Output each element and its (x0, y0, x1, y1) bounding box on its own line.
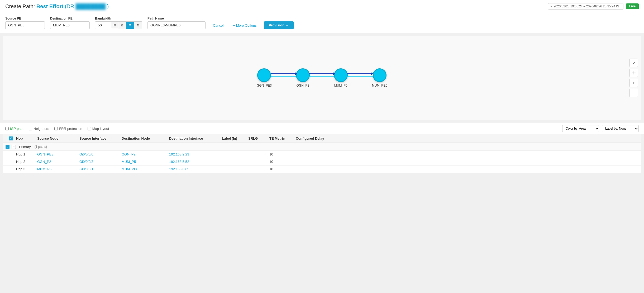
row1-source-iface[interactable]: Gi0/0/0/0 (79, 152, 122, 156)
frr-protection-label: FRR protection (59, 127, 82, 131)
bw-g-btn[interactable]: G (134, 22, 142, 29)
node-mum-pe6: MUM_PE6 (372, 68, 387, 87)
zoom-in-button[interactable]: + (629, 79, 638, 87)
row1-source-node[interactable]: GGN_PE3 (37, 152, 79, 156)
header-checkbox[interactable]: ✓ (9, 136, 13, 140)
zoom-out-button[interactable]: − (629, 89, 638, 97)
col-srlg-header: SRLG (248, 136, 269, 140)
col-label-header: Label (In) (222, 136, 248, 140)
form-section: Source PE Destination PE Bandwidth ⊞ K M… (0, 13, 644, 33)
bandwidth-icon[interactable]: ⊞ (111, 22, 118, 29)
table-header: ✓ Hop Source Node Source Interface Desti… (3, 134, 641, 143)
label-by-select[interactable]: Label by: None (602, 125, 639, 132)
row2-hop: Hop 2 (16, 160, 37, 164)
row2-dest-node[interactable]: MUM_P5 (122, 160, 169, 164)
source-pe-label: Source PE (5, 17, 45, 20)
igp-path-label: IGP path (10, 127, 23, 131)
cyan-line-2 (309, 76, 335, 77)
row3-source-iface[interactable]: Gi0/0/0/1 (79, 167, 122, 171)
igp-path-checkbox[interactable] (5, 127, 9, 130)
arrow-line-3 (347, 73, 373, 74)
neighbors-option: Neighbors (29, 127, 49, 131)
path-name-group: Path Name (147, 17, 206, 29)
title-prefix: Create Path: (5, 3, 35, 9)
neighbors-label: Neighbors (34, 127, 49, 131)
neighbors-checkbox[interactable] (29, 127, 32, 130)
options-right: Color by: Area Label by: None (562, 125, 639, 132)
live-badge: Live (626, 3, 639, 9)
time-range[interactable]: ▾ 2020/02/26 19:35:24 – 2020/02/26 20:35… (548, 3, 623, 10)
row1-hop: Hop 1 (16, 152, 37, 156)
expand-button[interactable]: ⤢ (629, 59, 638, 67)
arrow-line-2 (309, 73, 335, 74)
col-te-metric-header: TE Metric (269, 136, 296, 140)
node-circle-ggn-pe3 (257, 68, 271, 82)
provision-button[interactable]: Provision → (264, 21, 294, 29)
col-delay-header: Configured Delay (296, 136, 338, 140)
path-name-input[interactable] (147, 21, 206, 29)
node-circle-mum-p5 (334, 68, 348, 82)
edge-1 (271, 73, 297, 77)
table-row: Hop 3 MUM_P5 Gi0/0/0/1 MUM_PE6 192.168.6… (3, 166, 641, 173)
page-title: Create Path: Best Effort (DR ████████ ) (5, 3, 109, 10)
source-pe-group: Source PE (5, 17, 45, 29)
cancel-button[interactable]: Cancel (211, 22, 226, 29)
arrow-line-1 (271, 73, 297, 74)
frr-protection-option: FRR protection (54, 127, 82, 131)
row1-dest-iface[interactable]: 192.168.2.23 (169, 152, 222, 156)
col-dest-iface-header: Destination Interface (169, 136, 222, 140)
row2-source-iface[interactable]: Gi0/0/0/3 (79, 160, 122, 164)
col-checkbox-header: ✓ (6, 136, 16, 140)
destination-pe-label: Destination PE (50, 17, 90, 20)
row2-dest-iface[interactable]: 192.168.5.52 (169, 160, 222, 164)
map-layout-checkbox[interactable] (88, 127, 91, 130)
row2-te-metric: 10 (269, 160, 296, 164)
primary-collapse-btn[interactable]: − (12, 145, 16, 149)
node-label-mum-pe6: MUM_PE6 (372, 84, 387, 87)
topology-canvas: GGN_PE3 GGN_P2 MUM_P5 (3, 36, 641, 120)
row2-source-node[interactable]: GGN_P2 (37, 160, 79, 164)
table-section: ✓ Hop Source Node Source Interface Desti… (3, 134, 641, 173)
edge-2 (309, 73, 335, 77)
node-ggn-pe3: GGN_PE3 (257, 68, 272, 87)
node-container: GGN_PE3 GGN_P2 MUM_P5 (257, 68, 387, 87)
bandwidth-label: Bandwidth (95, 17, 142, 20)
edge-3 (347, 73, 373, 77)
row1-dest-node[interactable]: GGN_P2 (122, 152, 169, 156)
path-name-label: Path Name (147, 17, 206, 20)
time-range-value: 2020/02/26 19:35:24 – 2020/02/26 20:35:2… (554, 4, 621, 8)
node-label-ggn-pe3: GGN_PE3 (257, 84, 272, 87)
header-right: ▾ 2020/02/26 19:35:24 – 2020/02/26 20:35… (548, 3, 639, 10)
bandwidth-input[interactable] (95, 22, 111, 29)
cyan-line-1 (271, 76, 297, 77)
col-dest-node-header: Destination Node (122, 136, 169, 140)
primary-label: Primary (19, 145, 31, 149)
row3-dest-node[interactable]: MUM_PE6 (122, 167, 169, 171)
primary-checkbox[interactable]: ✓ (6, 145, 9, 149)
col-hop-header: Hop (16, 136, 37, 140)
destination-pe-input[interactable] (50, 21, 90, 29)
page-header: Create Path: Best Effort (DR ████████ ) … (0, 0, 644, 13)
source-pe-input[interactable] (5, 21, 45, 29)
row3-te-metric: 10 (269, 167, 296, 171)
col-source-node-header: Source Node (37, 136, 79, 140)
frr-protection-checkbox[interactable] (54, 127, 58, 130)
row1-te-metric: 10 (269, 152, 296, 156)
node-circle-mum-pe6 (373, 68, 387, 82)
bw-k-btn[interactable]: K (118, 22, 126, 29)
bandwidth-group: Bandwidth ⊞ K M G (95, 17, 142, 29)
color-by-select[interactable]: Color by: Area (562, 125, 599, 132)
more-options-button[interactable]: + More Options (231, 22, 259, 29)
move-button[interactable]: ✛ (629, 69, 638, 77)
title-dr: (DR ████████ ) (65, 3, 109, 9)
topology-controls: ⤢ ✛ + − (629, 59, 638, 97)
igp-path-option: IGP path (5, 127, 23, 131)
node-mum-p5: MUM_P5 (334, 68, 348, 87)
node-circle-ggn-p2 (296, 68, 310, 82)
table-row: Hop 2 GGN_P2 Gi0/0/0/3 MUM_P5 192.168.5.… (3, 158, 641, 166)
primary-paths: (1 paths) (35, 145, 47, 149)
row3-dest-iface[interactable]: 192.168.6.65 (169, 167, 222, 171)
bw-m-btn[interactable]: M (126, 22, 134, 29)
row3-source-node[interactable]: MUM_P5 (37, 167, 79, 171)
topology-area: GGN_PE3 GGN_P2 MUM_P5 (3, 36, 641, 120)
